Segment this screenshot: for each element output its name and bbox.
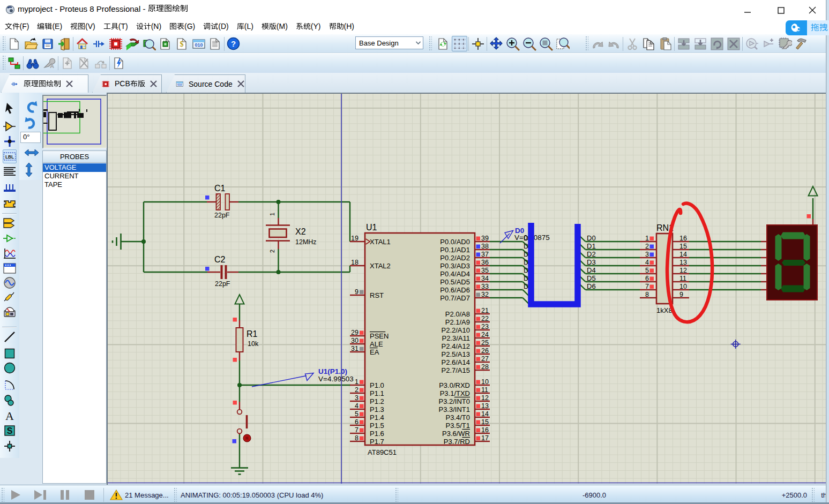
tab-close-icon[interactable] [65, 80, 73, 88]
subcircuit-mode-button[interactable] [3, 197, 17, 211]
copy-button[interactable] [641, 36, 656, 51]
schematic-overview-pane[interactable] [42, 95, 107, 148]
redraw-button[interactable] [435, 36, 451, 51]
probe-item-tape[interactable]: TAPE [43, 180, 106, 189]
2d-text-mode-button[interactable]: A [3, 409, 17, 423]
rotation-angle-field[interactable]: 0° [20, 132, 41, 143]
schematic-canvas[interactable]: C122pFC222pF12X212MHzR110kU1AT89C5119XTA… [108, 94, 826, 484]
zoom-all-button[interactable] [538, 36, 554, 51]
tab-schematic-capture[interactable] [1, 74, 88, 93]
block-rotate-button[interactable] [709, 36, 725, 51]
netlist-transfer-button[interactable] [6, 55, 22, 71]
generator-mode-button[interactable] [3, 276, 17, 290]
text-script-mode-button[interactable] [3, 164, 17, 178]
block-delete-button[interactable] [726, 36, 741, 51]
maintenance-tools-button[interactable] [794, 36, 809, 51]
minimize-button[interactable] [740, 3, 756, 17]
origin-button[interactable] [470, 36, 486, 51]
menu-graph[interactable]: (G) [166, 20, 199, 33]
source-code-tool-button[interactable]: 010 [191, 36, 206, 51]
current-probe-mode-button[interactable] [3, 305, 17, 319]
goto-sheet-button[interactable] [93, 55, 108, 71]
block-move-button[interactable] [692, 36, 708, 51]
2d-arc-mode-button[interactable] [3, 378, 17, 392]
property-assignment-button[interactable]: A [41, 55, 57, 71]
import-project-button[interactable] [56, 36, 72, 51]
remove-sheet-button[interactable] [76, 55, 92, 71]
goto-child-sheet-button[interactable] [760, 36, 776, 51]
device-pins-mode-button[interactable] [3, 231, 17, 245]
zoom-out-button[interactable] [521, 36, 537, 51]
project-notes-button[interactable] [207, 36, 223, 51]
zoom-area-button[interactable] [555, 36, 570, 51]
2d-line-mode-button[interactable] [3, 330, 17, 344]
capacitor-c1[interactable] [216, 194, 221, 210]
gerber-viewer-button[interactable] [141, 36, 156, 51]
paste-button[interactable] [658, 36, 673, 51]
design-explorer-button[interactable] [158, 36, 173, 51]
menu-system[interactable]: (Y) [292, 20, 325, 33]
menu-help[interactable]: (H) [325, 20, 358, 33]
2d-circle-mode-button[interactable] [3, 361, 17, 375]
power-terminal-r1[interactable] [235, 295, 244, 304]
zoom-in-button[interactable] [505, 36, 520, 51]
design-configuration-button[interactable] [777, 36, 793, 51]
probe-item-current[interactable]: CURRENT [43, 172, 106, 180]
new-project-button[interactable] [6, 36, 22, 51]
save-project-button[interactable] [40, 36, 55, 51]
play-button[interactable] [6, 487, 24, 502]
tape-recorder-mode-button[interactable] [3, 261, 17, 275]
menu-design[interactable]: (N) [132, 20, 165, 33]
menu-library[interactable]: (L) [233, 20, 257, 33]
crystal-x2[interactable] [270, 229, 287, 238]
dropdown-arrow-icon[interactable] [414, 37, 423, 49]
electrical-rule-check-button[interactable] [111, 55, 126, 71]
graph-mode-mode-button[interactable] [3, 247, 17, 261]
tab-close-icon[interactable] [150, 80, 158, 88]
voltage-probe-mode-button[interactable] [3, 290, 17, 304]
resistor-r1[interactable] [236, 328, 243, 352]
component-mode-button[interactable] [3, 119, 17, 133]
selection-mode-button[interactable] [3, 101, 17, 115]
open-project-button[interactable] [23, 36, 39, 51]
home-page-button[interactable] [74, 36, 90, 51]
3d-visualizer-button[interactable] [124, 36, 140, 51]
new-root-sheet-button[interactable] [59, 55, 75, 71]
rotate-clockwise-icon[interactable] [24, 100, 38, 114]
menu-template[interactable]: (M) [257, 20, 292, 33]
probe-item-voltage[interactable]: VOLTAGE [43, 163, 106, 172]
help-button[interactable]: ? [226, 36, 241, 51]
cut-button[interactable] [624, 36, 640, 51]
toggle-grid-button[interactable] [452, 36, 467, 51]
step-button[interactable] [31, 487, 49, 502]
terminals-mode-button[interactable] [3, 216, 17, 230]
wire-label-mode-button[interactable]: LBL [3, 149, 17, 163]
menu-debug[interactable]: (D) [199, 20, 233, 33]
menu-file[interactable]: (F) [1, 20, 33, 33]
bill-of-materials-button[interactable]: $ [174, 36, 190, 51]
flip-vertical-icon[interactable] [24, 162, 38, 176]
2d-symbol-mode-button[interactable]: S [3, 424, 17, 438]
redo-button[interactable] [606, 36, 622, 51]
schematic-capture-button[interactable] [91, 36, 107, 51]
flip-horizontal-icon[interactable] [24, 148, 38, 162]
pause-button[interactable] [56, 487, 73, 502]
menu-view[interactable]: (V) [66, 20, 100, 33]
netdisk-cloud-icon[interactable] [786, 20, 807, 35]
undo-button[interactable] [589, 36, 605, 51]
block-copy-button[interactable] [676, 36, 691, 51]
stop-button[interactable] [80, 487, 98, 502]
2d-marker-mode-button[interactable] [3, 439, 17, 453]
maximize-button[interactable] [773, 3, 789, 17]
design-selector-dropdown[interactable]: Base Design [355, 36, 423, 49]
tab-close-icon[interactable] [237, 80, 245, 88]
close-button[interactable] [804, 3, 820, 17]
capacitor-c1[interactable] [226, 194, 230, 210]
buses-mode-button[interactable] [3, 181, 17, 195]
power-terminal-display[interactable] [809, 186, 818, 196]
search-components-button[interactable] [25, 55, 40, 71]
menu-edit[interactable]: (E) [33, 20, 66, 33]
zoom-to-child-button[interactable] [744, 36, 759, 51]
rotate-anticlockwise-icon[interactable] [24, 116, 38, 130]
pcb-layout-button[interactable] [108, 36, 123, 51]
